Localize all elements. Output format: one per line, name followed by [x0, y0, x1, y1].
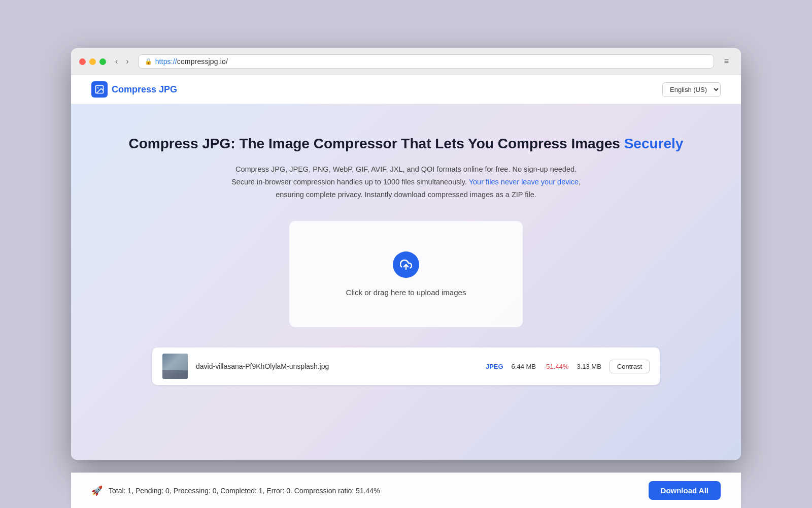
file-thumbnail [162, 354, 188, 379]
site-header: Compress JPG English (US) [71, 75, 741, 104]
url-display: https://compressjpg.io/ [155, 57, 228, 66]
reduction-percent: -51.44% [544, 363, 568, 370]
hero-section: Compress JPG: The Image Compressor That … [91, 135, 721, 201]
original-size: 6.44 MB [512, 363, 536, 370]
url-protocol: https:// [155, 57, 177, 66]
browser-window: ‹ › 🔒 https://compressjpg.io/ ≡ Compress… [71, 48, 741, 460]
file-list: david-villasana-Pf9KhOlylaM-unsplash.jpg… [152, 347, 660, 385]
upload-icon [393, 251, 419, 278]
language-selector[interactable]: English (US) [662, 82, 721, 97]
close-button[interactable] [79, 58, 86, 65]
hero-title-part1: Compress JPG: The Image Compressor That … [129, 136, 624, 151]
compressed-size: 3.13 MB [577, 363, 601, 370]
forward-button[interactable]: › [123, 56, 131, 67]
upload-area[interactable]: Click or drag here to upload images [289, 221, 523, 327]
upload-container: Click or drag here to upload images [289, 221, 523, 327]
svg-point-1 [97, 87, 99, 89]
url-domain: compressjpg.io/ [177, 57, 228, 66]
maximize-button[interactable] [99, 58, 106, 65]
hero-description: Compress JPG, JPEG, PNG, WebP, GIF, AVIF… [228, 163, 584, 201]
main-content: Compress JPG: The Image Compressor That … [71, 104, 741, 460]
back-button[interactable]: ‹ [112, 56, 121, 67]
file-name: david-villasana-Pf9KhOlylaM-unsplash.jpg [196, 362, 478, 370]
address-bar[interactable]: 🔒 https://compressjpg.io/ [138, 54, 714, 69]
traffic-lights [79, 58, 106, 65]
upload-text: Click or drag here to upload images [310, 288, 502, 297]
hero-title: Compress JPG: The Image Compressor That … [91, 135, 721, 153]
minimize-button[interactable] [89, 58, 96, 65]
file-meta: JPEG 6.44 MB -51.44% 3.13 MB Contrast [486, 360, 650, 373]
file-type-badge: JPEG [486, 363, 503, 370]
thumbnail-image [162, 354, 188, 379]
contrast-button[interactable]: Contrast [610, 360, 650, 373]
logo-area: Compress JPG [91, 81, 177, 98]
hero-desc-link[interactable]: Your files never leave your device [469, 178, 579, 186]
table-row: david-villasana-Pf9KhOlylaM-unsplash.jpg… [152, 347, 660, 385]
lock-icon: 🔒 [145, 58, 152, 65]
site-logo-text: Compress JPG [112, 84, 177, 95]
logo-icon [91, 81, 108, 98]
browser-chrome: ‹ › 🔒 https://compressjpg.io/ ≡ [71, 48, 741, 75]
hero-title-highlight: Securely [624, 136, 684, 151]
browser-menu-button[interactable]: ≡ [720, 55, 733, 68]
nav-buttons: ‹ › [112, 56, 132, 67]
